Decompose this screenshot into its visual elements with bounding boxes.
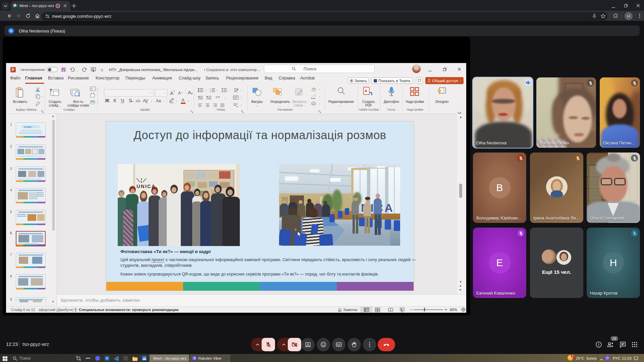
svg-text:3: 3: [210, 91, 211, 93]
svg-text:A: A: [365, 89, 367, 93]
svg-text:CC: CC: [337, 344, 340, 346]
